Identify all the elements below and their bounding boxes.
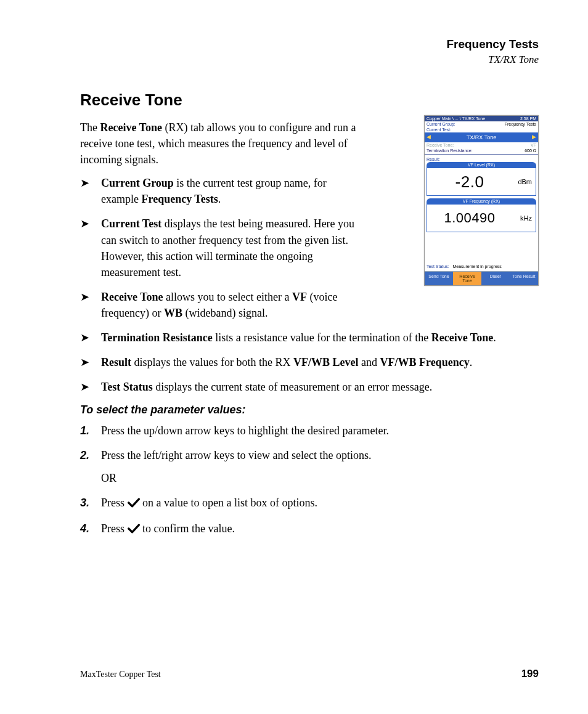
feature-receive-tone: Receive Tone allows you to select either… [80,289,366,321]
check-icon [128,522,140,538]
device-term-value: 600 Ω [525,148,536,153]
feature-current-test: Current Test displays the test being mea… [80,216,366,280]
feature-termination: Termination Resistance lists a resistanc… [80,330,539,346]
device-recv-value: VF [531,143,536,147]
step-2: Press the left/right arrow keys to view … [80,447,539,485]
device-tab-dialer: Dialer [481,271,510,285]
device-freq-box: 1.00490 kHz [427,204,536,232]
feature-result: Result displays the values for both the … [80,354,539,370]
device-status-value: Measurement in progress [452,264,501,269]
device-freq-value: 1.00490 [444,210,518,226]
device-freq-unit: kHz [520,214,532,222]
device-screenshot: Copper Main \ ... \ TX/RX Tone 2:58 PM C… [424,115,539,286]
device-test-label: Current Test: [427,128,451,132]
device-level-head: VF Level (RX) [427,162,536,168]
device-clock: 2:58 PM [520,116,536,121]
device-tabs: Send Tone Receive Tone Dialer Tone Resul… [425,271,538,285]
device-level-unit: dBm [518,178,532,185]
nav-right-icon: ▶ [532,134,536,140]
page-footer: MaxTester Copper Test 199 [80,668,539,680]
device-group-value: Frequency Tests [505,122,536,126]
footer-page-number: 199 [521,668,539,680]
device-level-value: -2.0 [455,172,508,192]
intro-paragraph: The Receive Tone (RX) tab allows you to … [80,120,364,168]
device-tab-result: Tone Result [510,271,538,285]
running-header: Frequency Tests TX/RX Tone [80,37,539,66]
check-icon [128,496,140,512]
instruction-heading: To select the parameter values: [80,404,539,416]
page-title: Receive Tone [80,91,539,110]
device-term-label: Termination Resistance: [427,148,473,153]
device-breadcrumb: Copper Main \ ... \ TX/RX Tone [427,116,485,121]
device-level-box: -2.0 dBm [427,168,536,196]
device-tab-receive: Receive Tone [453,271,481,285]
device-test-title: ◀ TX/RX Tone ▶ [425,132,538,142]
device-freq-head: VF Frequency (RX) [427,198,536,204]
device-group-label: Current Group: [427,122,455,126]
step-or: OR [101,470,539,486]
instruction-steps: Press the up/down arrow keys to highligh… [80,423,539,537]
device-recv-label: Receive Tone: [427,143,454,147]
nav-left-icon: ◀ [427,134,431,140]
device-tab-send: Send Tone [425,271,453,285]
device-status-label: Test Status: [427,264,449,269]
step-4: Press to confirm the value. [80,521,539,538]
section-title: TX/RX Tone [80,53,539,66]
footer-product: MaxTester Copper Test [80,670,161,680]
step-1: Press the up/down arrow keys to highligh… [80,423,539,439]
feature-test-status: Test Status displays the current state o… [80,379,539,395]
step-3: Press on a value to open a list box of o… [80,495,539,512]
chapter-title: Frequency Tests [80,37,539,52]
device-result-label: Result: [425,155,538,162]
feature-current-group: Current Group is the current test group … [80,175,366,207]
